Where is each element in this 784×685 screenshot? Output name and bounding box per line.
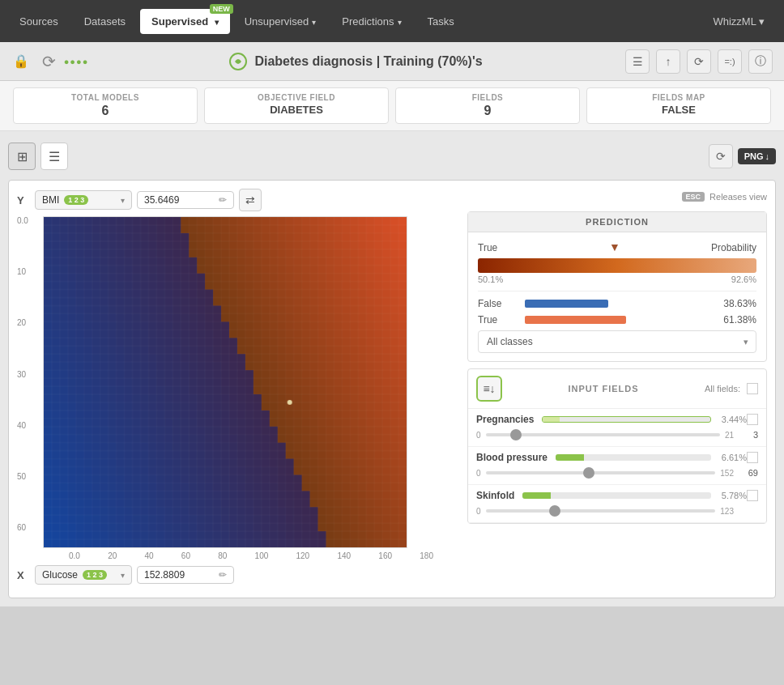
stat-total-models-label: TOTAL MODELS	[23, 93, 187, 102]
list-view-btn[interactable]: ☰	[40, 143, 68, 170]
nav-datasets[interactable]: Datasets	[73, 9, 137, 34]
y-value-input[interactable]: 35.6469 ✏	[137, 191, 234, 209]
stat-fields-value: 9	[406, 104, 569, 118]
toolbar-title: Diabetes diagnosis | Training (70%)'s	[94, 52, 617, 71]
y-field-select[interactable]: BMI 1 2 3 ▾	[35, 190, 132, 210]
skinfold-label: Skinfold	[476, 490, 514, 501]
pregnancies-label: Pregnancies	[476, 414, 534, 425]
stat-fields-map-label: FIELDS MAP	[597, 93, 761, 102]
chart-area[interactable]	[43, 216, 407, 548]
pred-main-bar	[478, 258, 756, 273]
skinfold-min: 0	[476, 507, 481, 516]
field-skinfold: Skinfold 5.78% 0	[468, 485, 766, 523]
png-btn[interactable]: PNG ↓	[738, 148, 776, 164]
blood-pressure-fill	[556, 454, 584, 461]
blood-pressure-pct: 6.61%	[716, 453, 747, 462]
blood-pressure-slider-row: 0 152 69	[476, 466, 758, 479]
true-sub-bar-wrap	[525, 316, 709, 324]
toolbar-right: ☰ ↑ ⟳ =:) ⓘ	[625, 49, 773, 74]
y-axis-labels: 60 50 40 30 20 10 0.0	[17, 216, 43, 548]
y-axis-controls: Y BMI 1 2 3 ▾ 35.6469 ✏ ⇄	[17, 189, 459, 211]
pregnancies-value: 3	[739, 430, 758, 440]
stat-fields-map: FIELDS MAP FALSE	[586, 87, 771, 124]
sort-btn[interactable]: ≡↓	[476, 376, 502, 402]
toolbar: 🔒 ⟳ ●●●● Diabetes diagnosis | Training (…	[0, 42, 784, 81]
pregnancies-slider[interactable]	[486, 428, 720, 441]
skinfold-max: 123	[720, 507, 734, 516]
skinfold-slider-row: 0 123	[476, 504, 758, 517]
stat-objective-field: OBJECTIVE FIELD DIABETES	[204, 87, 389, 124]
swap-axes-btn[interactable]: ⇄	[239, 189, 262, 211]
dots-icon[interactable]: ●●●●	[66, 52, 86, 71]
skinfold-slider[interactable]	[486, 504, 716, 517]
nav-sources[interactable]: Sources	[8, 9, 70, 34]
pregnancies-track	[486, 433, 720, 436]
title-icon	[228, 52, 248, 71]
true-sub-prob: 61.38%	[716, 314, 756, 325]
classes-select[interactable]: All classes True False	[478, 330, 756, 353]
x-axis-controls: X Glucose 1 2 3 ▾ 152.8809 ✏	[17, 565, 459, 585]
sync-icon[interactable]: ⟳	[39, 52, 58, 71]
toolbar-btn-info[interactable]: ⓘ	[748, 49, 773, 74]
refresh-btn[interactable]: ⟳	[709, 144, 733, 168]
nav-supervised[interactable]: Supervised NEW ▾	[140, 9, 230, 34]
pregnancies-max: 21	[725, 431, 734, 440]
lock-icon[interactable]: 🔒	[11, 52, 31, 71]
blood-pressure-max: 152	[720, 469, 734, 478]
nav-tasks[interactable]: Tasks	[416, 9, 466, 34]
field-blood-pressure: Blood pressure 6.61% 0	[468, 447, 766, 485]
skinfold-fill	[522, 492, 551, 499]
false-row: False 38.63%	[478, 298, 756, 309]
esc-badge: ESC	[682, 192, 705, 202]
pregnancies-bar	[542, 416, 711, 423]
all-fields-checkbox[interactable]	[747, 383, 758, 394]
pred-arrow-wrap: ▼	[525, 240, 705, 255]
probability-label: Probability	[711, 242, 756, 253]
blood-pressure-checkbox[interactable]	[747, 452, 758, 463]
true-bar	[525, 316, 626, 324]
false-label: False	[478, 298, 518, 309]
toolbar-btn-upload[interactable]: ↑	[656, 49, 680, 74]
skinfold-track	[486, 509, 716, 513]
stat-fields: FIELDS 9	[395, 87, 580, 124]
pregnancies-checkbox[interactable]	[747, 414, 758, 425]
nav-unsupervised[interactable]: Unsupervised▾	[233, 9, 328, 34]
blood-pressure-slider[interactable]	[486, 466, 716, 479]
nav-predictions[interactable]: Predictions▾	[330, 9, 412, 34]
pregnancies-thumb[interactable]	[510, 429, 522, 440]
sort-icon: ≡↓	[483, 382, 495, 395]
x-value-input[interactable]: 152.8809 ✏	[137, 566, 234, 584]
skinfold-header: Skinfold 5.78%	[476, 490, 758, 501]
y-field-badge: 1 2 3	[64, 195, 88, 205]
y-value-text: 35.6469	[144, 194, 215, 206]
pregnancies-pct: 3.44%	[716, 415, 747, 424]
skinfold-checkbox[interactable]	[747, 490, 758, 501]
edit-icon[interactable]: ✏	[219, 194, 227, 206]
releases-view-link[interactable]: Releases view	[709, 192, 767, 202]
grid-view-btn[interactable]: ⊞	[8, 143, 36, 170]
toolbar-btn-code[interactable]: =:)	[718, 49, 742, 74]
toolbar-btn-list[interactable]: ☰	[625, 49, 650, 74]
x-select-arrow-icon: ▾	[121, 571, 125, 580]
nav-supervised-label: Supervised	[151, 15, 208, 28]
skinfold-pct: 5.78%	[716, 491, 747, 500]
pregnancies-header: Pregnancies 3.44%	[476, 414, 758, 425]
x-field-select[interactable]: Glucose 1 2 3 ▾	[35, 565, 132, 585]
pregnancies-fill	[543, 417, 560, 422]
supervised-badge: NEW	[210, 4, 233, 14]
blood-pressure-thumb[interactable]	[583, 467, 594, 479]
navbar: Sources Datasets Supervised NEW ▾ Unsupe…	[0, 0, 784, 42]
chart-left: Y BMI 1 2 3 ▾ 35.6469 ✏ ⇄ 60 50 40	[17, 189, 459, 589]
pred-percent-row: 50.1% 92.6%	[478, 274, 756, 284]
blood-pressure-track	[486, 471, 716, 474]
chart-section: Y BMI 1 2 3 ▾ 35.6469 ✏ ⇄ 60 50 40	[8, 180, 776, 598]
x-field-name: Glucose	[42, 569, 78, 581]
nav-whizzml[interactable]: WhizzML ▾	[701, 9, 776, 34]
false-bar-wrap	[525, 300, 709, 308]
toolbar-btn-refresh[interactable]: ⟳	[687, 49, 711, 74]
classes-select-wrap: All classes True False ▾	[478, 330, 756, 353]
stat-fields-map-value: FALSE	[597, 104, 761, 116]
releases-row: ESC Releases view	[467, 189, 767, 205]
x-edit-icon[interactable]: ✏	[219, 569, 227, 581]
skinfold-thumb[interactable]	[549, 505, 560, 517]
